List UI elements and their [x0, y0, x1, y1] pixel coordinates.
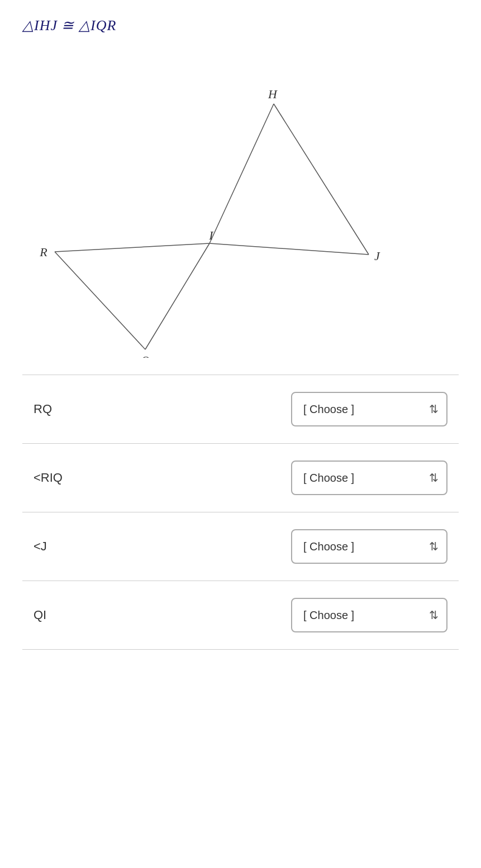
svg-text:Q: Q	[141, 353, 150, 358]
page-container: △IHJ ≅ △IQR H I J R Q RQ [ Choose ] IH	[0, 0, 481, 868]
label-j: <J	[34, 539, 123, 554]
svg-text:R: R	[39, 245, 47, 259]
label-rq: RQ	[34, 402, 123, 416]
diagram: H I J R Q	[22, 45, 459, 358]
row-riq: <RIQ [ Choose ] <HIJ <H <J <RIQ <Q <R ⇅	[22, 444, 459, 512]
label-qi: QI	[34, 608, 123, 622]
svg-line-1	[274, 104, 369, 255]
svg-line-5	[145, 243, 209, 349]
select-wrapper-riq: [ Choose ] <HIJ <H <J <RIQ <Q <R ⇅	[291, 461, 447, 495]
select-rq[interactable]: [ Choose ] IH HJ IJ RQ QI RI	[291, 392, 447, 426]
page-title: △IHJ ≅ △IQR	[22, 17, 459, 34]
svg-line-3	[55, 243, 209, 252]
select-wrapper-qi: [ Choose ] IH HJ IJ RQ QI RI ⇅	[291, 598, 447, 632]
select-wrapper-j: [ Choose ] <HIJ <H <J <RIQ <Q <R ⇅	[291, 529, 447, 564]
svg-line-0	[209, 104, 274, 243]
row-rq: RQ [ Choose ] IH HJ IJ RQ QI RI ⇅	[22, 375, 459, 444]
svg-text:J: J	[374, 249, 380, 263]
svg-line-4	[55, 252, 145, 349]
select-riq[interactable]: [ Choose ] <HIJ <H <J <RIQ <Q <R	[291, 461, 447, 495]
select-j[interactable]: [ Choose ] <HIJ <H <J <RIQ <Q <R	[291, 529, 447, 564]
select-qi[interactable]: [ Choose ] IH HJ IJ RQ QI RI	[291, 598, 447, 632]
svg-line-2	[209, 243, 369, 255]
row-qi: QI [ Choose ] IH HJ IJ RQ QI RI ⇅	[22, 581, 459, 650]
svg-text:H: H	[268, 87, 278, 101]
select-wrapper-rq: [ Choose ] IH HJ IJ RQ QI RI ⇅	[291, 392, 447, 426]
label-riq: <RIQ	[34, 471, 123, 485]
row-j: <J [ Choose ] <HIJ <H <J <RIQ <Q <R ⇅	[22, 512, 459, 581]
